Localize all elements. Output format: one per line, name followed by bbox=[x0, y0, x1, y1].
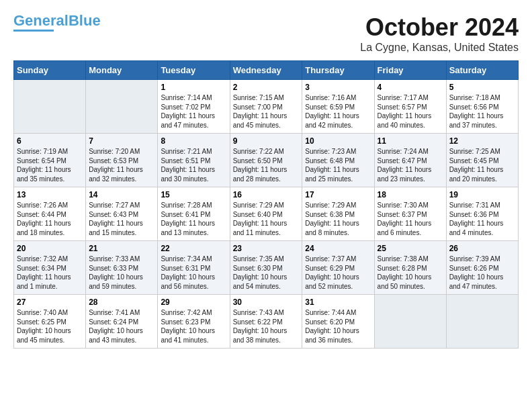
calendar-table: Sunday Monday Tuesday Wednesday Thursday… bbox=[13, 60, 519, 349]
day-number: 1 bbox=[161, 83, 226, 92]
day-info: Sunrise: 7:39 AM Sunset: 6:26 PM Dayligh… bbox=[449, 255, 515, 291]
day-info: Sunrise: 7:23 AM Sunset: 6:48 PM Dayligh… bbox=[305, 147, 371, 183]
day-number: 12 bbox=[449, 136, 515, 146]
logo-general: General bbox=[13, 12, 69, 29]
day-info: Sunrise: 7:41 AM Sunset: 6:24 PM Dayligh… bbox=[89, 308, 154, 345]
calendar-cell bbox=[446, 295, 518, 349]
day-info: Sunrise: 7:18 AM Sunset: 6:56 PM Dayligh… bbox=[449, 93, 515, 130]
day-info: Sunrise: 7:34 AM Sunset: 6:31 PM Dayligh… bbox=[161, 255, 226, 291]
day-info: Sunrise: 7:20 AM Sunset: 6:53 PM Dayligh… bbox=[89, 147, 154, 183]
calendar-cell: 3Sunrise: 7:16 AM Sunset: 6:59 PM Daylig… bbox=[302, 80, 374, 134]
day-info: Sunrise: 7:31 AM Sunset: 6:36 PM Dayligh… bbox=[449, 201, 515, 237]
calendar-cell: 26Sunrise: 7:39 AM Sunset: 6:26 PM Dayli… bbox=[446, 241, 518, 295]
day-number: 17 bbox=[305, 190, 371, 199]
day-info: Sunrise: 7:17 AM Sunset: 6:57 PM Dayligh… bbox=[378, 93, 443, 130]
calendar-cell bbox=[86, 80, 158, 134]
day-number: 29 bbox=[161, 298, 226, 307]
day-info: Sunrise: 7:22 AM Sunset: 6:50 PM Dayligh… bbox=[233, 147, 300, 183]
day-info: Sunrise: 7:43 AM Sunset: 6:22 PM Dayligh… bbox=[233, 308, 300, 345]
calendar-cell: 4Sunrise: 7:17 AM Sunset: 6:57 PM Daylig… bbox=[374, 80, 446, 134]
day-info: Sunrise: 7:32 AM Sunset: 6:34 PM Dayligh… bbox=[17, 255, 83, 291]
day-number: 4 bbox=[378, 83, 443, 92]
day-info: Sunrise: 7:29 AM Sunset: 6:38 PM Dayligh… bbox=[305, 201, 371, 237]
calendar-week-5: 27Sunrise: 7:40 AM Sunset: 6:25 PM Dayli… bbox=[14, 295, 519, 349]
calendar-cell: 7Sunrise: 7:20 AM Sunset: 6:53 PM Daylig… bbox=[86, 134, 158, 187]
day-number: 20 bbox=[17, 244, 83, 253]
day-info: Sunrise: 7:35 AM Sunset: 6:30 PM Dayligh… bbox=[233, 255, 300, 291]
calendar-cell: 6Sunrise: 7:19 AM Sunset: 6:54 PM Daylig… bbox=[14, 134, 86, 187]
calendar-cell: 21Sunrise: 7:33 AM Sunset: 6:33 PM Dayli… bbox=[86, 241, 158, 295]
day-info: Sunrise: 7:19 AM Sunset: 6:54 PM Dayligh… bbox=[17, 147, 83, 183]
day-number: 27 bbox=[17, 298, 83, 307]
header-saturday: Saturday bbox=[446, 61, 518, 80]
calendar-cell: 11Sunrise: 7:24 AM Sunset: 6:47 PM Dayli… bbox=[374, 134, 446, 187]
title-area: October 2024 La Cygne, Kansas, United St… bbox=[360, 13, 519, 54]
day-info: Sunrise: 7:27 AM Sunset: 6:43 PM Dayligh… bbox=[89, 201, 154, 237]
day-number: 8 bbox=[161, 136, 226, 146]
day-number: 25 bbox=[378, 244, 443, 253]
day-info: Sunrise: 7:38 AM Sunset: 6:28 PM Dayligh… bbox=[378, 255, 443, 291]
calendar-cell: 28Sunrise: 7:41 AM Sunset: 6:24 PM Dayli… bbox=[86, 295, 158, 349]
calendar-cell: 27Sunrise: 7:40 AM Sunset: 6:25 PM Dayli… bbox=[14, 295, 86, 349]
calendar-cell bbox=[14, 80, 86, 134]
day-info: Sunrise: 7:15 AM Sunset: 7:00 PM Dayligh… bbox=[233, 93, 300, 130]
day-number: 26 bbox=[449, 244, 515, 253]
logo-text: GeneralBlue bbox=[13, 13, 101, 28]
calendar-week-3: 13Sunrise: 7:26 AM Sunset: 6:44 PM Dayli… bbox=[14, 187, 519, 241]
calendar-cell: 15Sunrise: 7:28 AM Sunset: 6:41 PM Dayli… bbox=[158, 187, 230, 241]
calendar-week-1: 1Sunrise: 7:14 AM Sunset: 7:02 PM Daylig… bbox=[14, 80, 519, 134]
day-number: 16 bbox=[233, 190, 300, 199]
calendar-cell: 12Sunrise: 7:25 AM Sunset: 6:45 PM Dayli… bbox=[446, 134, 518, 187]
day-info: Sunrise: 7:25 AM Sunset: 6:45 PM Dayligh… bbox=[449, 147, 515, 183]
day-info: Sunrise: 7:42 AM Sunset: 6:23 PM Dayligh… bbox=[161, 308, 226, 345]
day-number: 5 bbox=[449, 83, 515, 92]
calendar-cell: 24Sunrise: 7:37 AM Sunset: 6:29 PM Dayli… bbox=[302, 241, 374, 295]
header-wednesday: Wednesday bbox=[230, 61, 302, 80]
calendar-cell: 8Sunrise: 7:21 AM Sunset: 6:51 PM Daylig… bbox=[158, 134, 230, 187]
calendar-cell bbox=[374, 295, 446, 349]
calendar-body: 1Sunrise: 7:14 AM Sunset: 7:02 PM Daylig… bbox=[14, 80, 519, 349]
calendar-cell: 23Sunrise: 7:35 AM Sunset: 6:30 PM Dayli… bbox=[230, 241, 302, 295]
day-number: 31 bbox=[305, 298, 371, 307]
calendar-cell: 29Sunrise: 7:42 AM Sunset: 6:23 PM Dayli… bbox=[158, 295, 230, 349]
calendar-cell: 5Sunrise: 7:18 AM Sunset: 6:56 PM Daylig… bbox=[446, 80, 518, 134]
day-info: Sunrise: 7:28 AM Sunset: 6:41 PM Dayligh… bbox=[161, 201, 226, 237]
day-number: 30 bbox=[233, 298, 300, 307]
day-number: 19 bbox=[449, 190, 515, 199]
calendar-cell: 9Sunrise: 7:22 AM Sunset: 6:50 PM Daylig… bbox=[230, 134, 302, 187]
day-number: 22 bbox=[161, 244, 226, 253]
calendar-cell: 20Sunrise: 7:32 AM Sunset: 6:34 PM Dayli… bbox=[14, 241, 86, 295]
day-number: 13 bbox=[17, 190, 83, 199]
calendar-cell: 30Sunrise: 7:43 AM Sunset: 6:22 PM Dayli… bbox=[230, 295, 302, 349]
day-info: Sunrise: 7:33 AM Sunset: 6:33 PM Dayligh… bbox=[89, 255, 154, 291]
day-number: 3 bbox=[305, 83, 371, 92]
calendar-cell: 1Sunrise: 7:14 AM Sunset: 7:02 PM Daylig… bbox=[158, 80, 230, 134]
day-number: 11 bbox=[378, 136, 443, 146]
day-info: Sunrise: 7:40 AM Sunset: 6:25 PM Dayligh… bbox=[17, 308, 83, 345]
calendar-cell: 16Sunrise: 7:29 AM Sunset: 6:40 PM Dayli… bbox=[230, 187, 302, 241]
day-info: Sunrise: 7:16 AM Sunset: 6:59 PM Dayligh… bbox=[305, 93, 371, 130]
day-number: 7 bbox=[89, 136, 154, 146]
calendar-cell: 14Sunrise: 7:27 AM Sunset: 6:43 PM Dayli… bbox=[86, 187, 158, 241]
calendar-cell: 22Sunrise: 7:34 AM Sunset: 6:31 PM Dayli… bbox=[158, 241, 230, 295]
calendar-cell: 31Sunrise: 7:44 AM Sunset: 6:20 PM Dayli… bbox=[302, 295, 374, 349]
calendar-week-4: 20Sunrise: 7:32 AM Sunset: 6:34 PM Dayli… bbox=[14, 241, 519, 295]
header-monday: Monday bbox=[86, 61, 158, 80]
calendar-cell: 25Sunrise: 7:38 AM Sunset: 6:28 PM Dayli… bbox=[374, 241, 446, 295]
logo-blue: Blue bbox=[69, 12, 101, 29]
day-number: 28 bbox=[89, 298, 154, 307]
day-number: 15 bbox=[161, 190, 226, 199]
day-number: 21 bbox=[89, 244, 154, 253]
day-number: 23 bbox=[233, 244, 300, 253]
day-info: Sunrise: 7:37 AM Sunset: 6:29 PM Dayligh… bbox=[305, 255, 371, 291]
calendar-week-2: 6Sunrise: 7:19 AM Sunset: 6:54 PM Daylig… bbox=[14, 134, 519, 187]
day-info: Sunrise: 7:29 AM Sunset: 6:40 PM Dayligh… bbox=[233, 201, 300, 237]
calendar-cell: 13Sunrise: 7:26 AM Sunset: 6:44 PM Dayli… bbox=[14, 187, 86, 241]
day-number: 9 bbox=[233, 136, 300, 146]
day-number: 14 bbox=[89, 190, 154, 199]
day-info: Sunrise: 7:24 AM Sunset: 6:47 PM Dayligh… bbox=[378, 147, 443, 183]
logo-underline bbox=[13, 30, 54, 32]
month-title: October 2024 bbox=[360, 13, 519, 42]
weekday-row: Sunday Monday Tuesday Wednesday Thursday… bbox=[14, 61, 519, 80]
header-sunday: Sunday bbox=[14, 61, 86, 80]
